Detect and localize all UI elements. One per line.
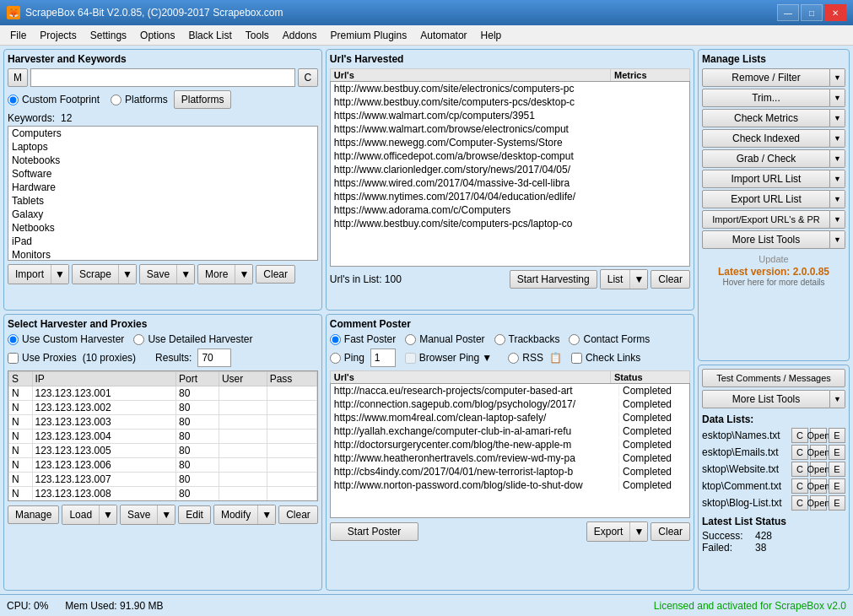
comment-clear-button[interactable]: Clear [651,522,690,541]
menu-help[interactable]: Help [474,28,509,43]
proxy-clear-button[interactable]: Clear [278,505,318,524]
list-item[interactable]: http://www.heatheronhertravels.com/revie… [331,451,689,465]
menu-tools[interactable]: Tools [239,28,276,43]
ping-radio[interactable]: Ping [330,352,364,364]
proxy-save-dropdown[interactable]: ▼ [157,505,175,524]
manual-poster-radio[interactable]: Manual Poster [405,333,484,345]
results-input[interactable] [197,349,231,367]
list-c-button[interactable]: C [791,462,808,477]
export-url-dropdown[interactable]: ▼ [830,190,845,208]
list-item[interactable]: http://www.bestbuy.com/site/computers-pc… [331,217,689,230]
list-open-button[interactable]: Open [810,478,827,494]
list-item[interactable]: http://www.norton-password.com/blog/slid… [331,478,689,492]
list-item[interactable]: https://www.wired.com/2017/04/massive-3d… [331,176,689,190]
import-export-pr-button[interactable]: Import/Export URL's & PR [702,210,830,229]
scrape-button[interactable]: Scrape [73,265,118,284]
list-item[interactable]: https://www.adorama.com/c/Computers [331,203,689,217]
menu-settings[interactable]: Settings [84,28,133,43]
browser-ping-checkbox[interactable]: Browser Ping [405,352,479,364]
export-dropdown[interactable]: ▼ [629,522,647,541]
export-url-button[interactable]: Export URL List [702,190,830,208]
export-button[interactable]: Export [587,522,630,541]
fast-poster-radio[interactable]: Fast Poster [330,333,396,345]
list-item[interactable]: https://www.walmart.com/browse/electroni… [331,122,689,136]
import-dropdown[interactable]: ▼ [51,265,68,284]
more-list-tools-comment-button[interactable]: More List Tools [702,390,830,408]
more-dropdown[interactable]: ▼ [235,265,252,284]
list-item[interactable]: https://www.walmart.com/cp/computers/395… [331,109,689,122]
list-e-button[interactable]: E [829,462,845,477]
urls-clear-button[interactable]: Clear [651,270,690,289]
list-item[interactable]: https://www.newegg.com/Computer-Systems/… [331,136,689,149]
list-e-button[interactable]: E [829,495,845,511]
save-button[interactable]: Save [140,265,176,284]
list-item[interactable]: http://www.officedepot.com/a/browse/desk… [331,149,689,163]
import-url-button[interactable]: Import URL List [702,170,830,188]
check-links-checkbox[interactable]: Check Links [571,352,640,364]
window-controls[interactable]: — □ ✕ [777,4,846,21]
list-item[interactable]: http://doctorsurgerycenter.com/blog/the-… [331,438,689,451]
list-item[interactable]: Hardware [8,181,317,194]
proxy-load-button[interactable]: Load [62,505,99,524]
import-export-pr-dropdown[interactable]: ▼ [830,210,845,229]
keywords-listbox[interactable]: Computers Laptops Notebooks Software Har… [8,126,318,261]
check-metrics-button[interactable]: Check Metrics [702,109,830,127]
list-item[interactable]: http://www.clarionledger.com/story/news/… [331,163,689,176]
test-comments-button[interactable]: Test Comments / Messages [702,369,845,387]
list-open-button[interactable]: Open [810,495,827,511]
grab-check-button[interactable]: Grab / Check [702,149,830,168]
menu-addons[interactable]: Addons [276,28,324,43]
import-button[interactable]: Import [8,265,51,284]
list-item[interactable]: Laptops [8,140,317,154]
list-item[interactable]: https://www.mom4real.com/clean-laptop-sa… [331,411,689,424]
list-item[interactable]: Tablets [8,194,317,208]
mode-input[interactable] [30,68,295,87]
start-poster-button[interactable]: Start Poster [330,522,418,541]
comment-urls-listbox[interactable]: http://nacca.eu/research-projects/comput… [330,383,690,518]
minimize-button[interactable]: — [777,4,799,21]
check-metrics-dropdown[interactable]: ▼ [830,109,845,127]
list-c-button[interactable]: C [791,495,808,511]
custom-harvester-radio[interactable]: Use Custom Harvester [8,333,124,345]
grab-check-dropdown[interactable]: ▼ [830,149,845,168]
contact-forms-radio[interactable]: Contact Forms [569,333,650,345]
list-c-button[interactable]: C [791,428,808,443]
menu-file[interactable]: File [3,28,33,43]
list-e-button[interactable]: E [829,428,845,443]
rss-radio[interactable]: RSS [508,352,543,364]
save-dropdown[interactable]: ▼ [176,265,194,284]
menu-options[interactable]: Options [133,28,181,43]
list-open-button[interactable]: Open [810,428,827,443]
more-list-tools-comment-dropdown[interactable]: ▼ [830,390,845,408]
detailed-harvester-radio[interactable]: Use Detailed Harvester [133,333,252,345]
list-open-button[interactable]: Open [810,445,827,460]
proxy-table-container[interactable]: S IP Port User Pass N123.123.123.00180 N… [8,370,318,501]
check-indexed-dropdown[interactable]: ▼ [830,129,845,148]
proxy-manage-button[interactable]: Manage [8,505,59,524]
list-item[interactable]: Galaxy [8,208,317,221]
list-item[interactable]: Software [8,167,317,181]
platforms-button[interactable]: Platforms [174,90,232,109]
list-item[interactable]: Monitors [8,248,317,261]
scrape-dropdown[interactable]: ▼ [118,265,136,284]
proxy-edit-button[interactable]: Edit [178,505,211,524]
menu-automator[interactable]: Automator [413,28,473,43]
list-item[interactable]: Netbooks [8,221,317,235]
list-item[interactable]: http://cbs4indy.com/2017/04/01/new-terro… [331,465,689,478]
clear-c-button[interactable]: C [298,68,318,87]
list-dropdown[interactable]: ▼ [629,270,647,289]
ping-value[interactable] [370,349,396,367]
remove-filter-dropdown[interactable]: ▼ [830,68,845,87]
remove-filter-button[interactable]: Remove / Filter [702,68,830,87]
list-item[interactable]: http://www.bestbuy.com/site/electronics/… [331,82,689,95]
trim-button[interactable]: Trim... [702,89,830,107]
list-item[interactable]: Notebooks [8,154,317,167]
list-item[interactable]: https://www.nytimes.com/2017/04/04/educa… [331,190,689,203]
list-item[interactable]: http://www.bestbuy.com/site/computers-pc… [331,95,689,109]
platforms-radio[interactable]: Platforms [111,94,168,105]
list-e-button[interactable]: E [829,445,845,460]
list-item[interactable]: http://connection.sagepub.com/blog/psych… [331,397,689,411]
list-c-button[interactable]: C [791,478,808,494]
list-item[interactable]: http://yallah.exchange/computer-club-in-… [331,424,689,438]
mode-button[interactable]: M [8,68,28,87]
